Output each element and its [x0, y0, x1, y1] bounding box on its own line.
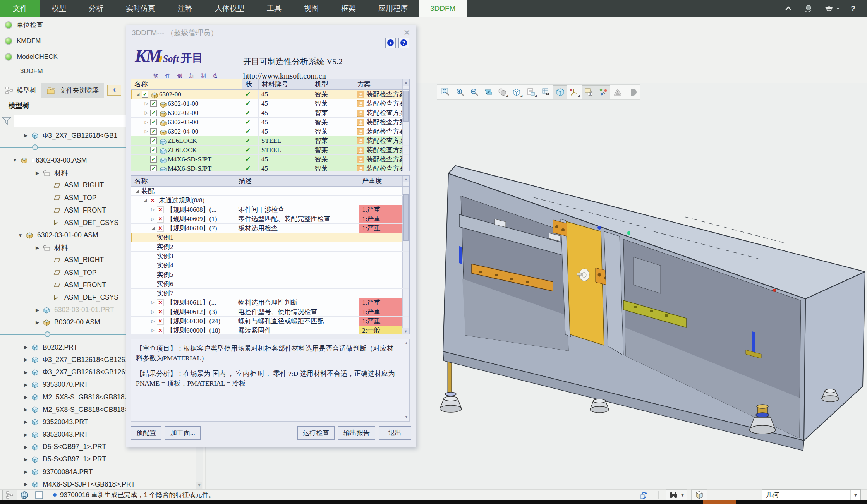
text-scroll-up-icon[interactable]: ▲: [405, 341, 408, 346]
zoom-in-icon[interactable]: [453, 85, 467, 99]
rule-row[interactable]: 实例3: [131, 252, 409, 261]
checkbox-icon[interactable]: ✓: [142, 91, 148, 98]
dialog-button-machining-face[interactable]: 加工面...: [165, 426, 201, 440]
row-expander-icon[interactable]: ▷: [149, 309, 157, 314]
rule-row[interactable]: ▷✕【规则60000】(18)漏装紧固件2:一般: [131, 326, 409, 334]
parts-row[interactable]: ✓M4X6-SD-SJPT✓45智莱装配检查方案: [131, 155, 409, 164]
tree-expander-icon[interactable]: ▶: [21, 133, 31, 138]
rule-name-cell[interactable]: ◢装配: [131, 187, 235, 195]
menu-item-10[interactable]: 应用程序: [367, 0, 419, 17]
learning-connector-icon[interactable]: [824, 5, 840, 12]
filter-icon[interactable]: [2, 116, 12, 125]
rule-row[interactable]: ▷✕【规则40611】(...物料选用合理性判断1:严重: [131, 298, 409, 307]
display-style-icon[interactable]: ◢: [510, 85, 524, 99]
menu-item-1[interactable]: 文件: [0, 0, 40, 17]
rule-row[interactable]: 实例5: [131, 270, 409, 279]
parts-row[interactable]: ▷✓6302-01-00✓45智莱装配检查方案: [131, 99, 409, 108]
dialog-button-exit[interactable]: 退出: [379, 426, 411, 440]
part-name-cell[interactable]: ▷✓6302-01-00: [131, 99, 242, 108]
rules-scroll-thumb[interactable]: [403, 194, 409, 241]
rule-row[interactable]: ◢装配: [131, 187, 409, 196]
tree-expander-icon[interactable]: ▶: [21, 432, 31, 437]
row-expander-icon[interactable]: ◢: [141, 198, 149, 203]
tree-expander-icon[interactable]: ▶: [21, 482, 31, 487]
part-name-cell[interactable]: ▷✓6302-03-00: [131, 118, 242, 127]
row-expander-icon[interactable]: ▷: [142, 101, 150, 106]
rule-row[interactable]: 实例4: [131, 261, 409, 270]
tab-folder-browser[interactable]: 文件夹浏览器: [41, 83, 104, 98]
collapse-ribbon-icon[interactable]: [784, 5, 793, 12]
column-header[interactable]: 名称: [131, 176, 235, 186]
rules-table-scrollbar[interactable]: ▲: [402, 176, 409, 186]
plan-cell[interactable]: 装配检查方案: [354, 164, 402, 171]
tree-item[interactable]: ▶D5-S<GB97_1>.PRT: [0, 453, 195, 466]
parts-row[interactable]: ✓M4X6-SD-SJPT✓45智莱装配检查方案: [131, 164, 409, 171]
dialog-close-icon[interactable]: ✕: [403, 29, 410, 37]
rule-name-cell[interactable]: ▷✕【规则60000】(18): [131, 326, 235, 334]
checkbox-icon[interactable]: ✓: [150, 156, 157, 163]
menu-item-8[interactable]: 视图: [293, 0, 330, 17]
plan-cell[interactable]: 装配检查方案: [354, 99, 402, 108]
row-expander-icon[interactable]: ▷: [149, 328, 157, 333]
rule-row[interactable]: ▷✕【规则40609】(1)零件选型匹配、装配完整性检查1:严重: [131, 214, 409, 224]
zoom-out-icon[interactable]: [467, 85, 481, 99]
rule-name-cell[interactable]: ▷✕【规则60130】(24): [131, 317, 235, 326]
ribbon-button-1[interactable]: 单位检查: [0, 17, 125, 33]
tree-expander-icon[interactable]: ▶: [33, 307, 42, 313]
dialog-titlebar[interactable]: 3DDFM--- （超级管理员） ✕: [126, 25, 416, 41]
web-browser-icon[interactable]: [17, 490, 32, 500]
rule-row[interactable]: 实例1: [131, 233, 409, 242]
dropdown-caret-icon[interactable]: ◢: [577, 94, 580, 99]
user-button[interactable]: ●: [385, 38, 396, 48]
tab-model-tree[interactable]: 模型树: [0, 83, 41, 98]
part-name-cell[interactable]: ▷✓6302-04-00: [131, 127, 242, 136]
column-header[interactable]: 状.: [242, 79, 259, 89]
rule-name-cell[interactable]: ◢✕未通过规则(8/8): [131, 196, 235, 205]
plan-cell[interactable]: 装配检查方案: [354, 127, 402, 136]
help-icon[interactable]: ?: [851, 4, 855, 13]
row-expander-icon[interactable]: ▷: [149, 207, 157, 212]
plan-cell[interactable]: 装配检查方案: [354, 90, 402, 99]
annotation-display-icon[interactable]: [582, 85, 596, 99]
dropdown-caret-icon[interactable]: ◢: [534, 94, 537, 99]
tree-expander-icon[interactable]: ▶: [33, 170, 42, 176]
menu-item-9[interactable]: 框架: [330, 0, 367, 17]
tree-expander-icon[interactable]: ▶: [21, 345, 31, 350]
tree-expander-icon[interactable]: ▶: [21, 469, 31, 475]
rule-name-cell[interactable]: 实例2: [131, 242, 235, 251]
checkbox-icon[interactable]: ✓: [150, 119, 157, 125]
find-dropdown-icon[interactable]: ▼: [680, 493, 685, 497]
rule-name-cell[interactable]: 实例5: [131, 270, 235, 279]
tree-expander-icon[interactable]: ▶: [21, 457, 31, 462]
selection-filter-combo[interactable]: 几何 ▼: [762, 489, 861, 501]
row-expander-icon[interactable]: ◢: [149, 226, 157, 231]
plan-cell[interactable]: 装配检查方案: [354, 108, 402, 117]
blank-page-icon[interactable]: [32, 490, 46, 500]
tree-expander-icon[interactable]: ▶: [21, 357, 31, 362]
menu-item-4[interactable]: 实时仿真: [115, 0, 167, 17]
render-style-icon[interactable]: ◢: [496, 85, 510, 99]
rule-row[interactable]: 实例6: [131, 279, 409, 289]
row-expander-icon[interactable]: ◢: [134, 189, 141, 194]
tree-expander-icon[interactable]: ▶: [21, 394, 31, 400]
checkbox-icon[interactable]: ✓: [150, 137, 157, 144]
checkbox-icon[interactable]: ✓: [150, 165, 157, 171]
cabinet-3d-model[interactable]: [437, 100, 867, 489]
tree-expander-icon[interactable]: ▼: [10, 158, 20, 163]
text-scroll-down-icon[interactable]: ▼: [405, 415, 408, 420]
checkbox-icon[interactable]: ✓: [150, 128, 157, 135]
dialog-button-preconfig[interactable]: 预配置: [131, 426, 161, 440]
tree-expander-icon[interactable]: ▶: [33, 245, 42, 250]
part-name-cell[interactable]: ✓M4X6-SD-SJPT: [131, 155, 242, 164]
selection-filter-icon[interactable]: [691, 489, 707, 501]
dialog-button-output-report[interactable]: 输出报告: [338, 426, 375, 440]
rule-name-cell[interactable]: ▷✕【规则40611】(...: [131, 298, 235, 307]
rule-name-cell[interactable]: ▷✕【规则40609】(1): [131, 214, 235, 223]
rule-row[interactable]: 实例7: [131, 289, 409, 298]
parts-table-scrollbar[interactable]: ▲: [402, 79, 409, 89]
row-expander-icon[interactable]: ▷: [142, 110, 150, 115]
menu-item-5[interactable]: 注释: [167, 0, 204, 17]
tree-expander-icon[interactable]: ▶: [33, 320, 42, 325]
locator-handle-icon[interactable]: [45, 331, 50, 337]
tree-scroll-down-icon[interactable]: ▼: [196, 482, 202, 489]
